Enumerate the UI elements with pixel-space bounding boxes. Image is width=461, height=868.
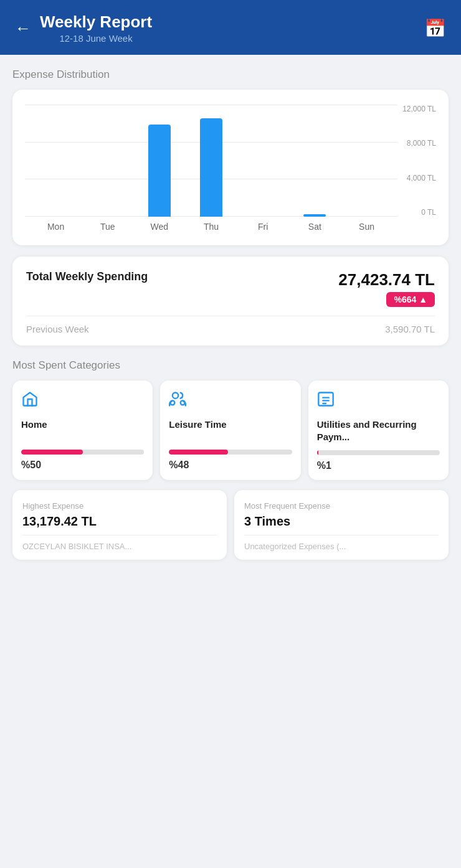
category-icon	[317, 390, 440, 412]
bar-col-sat	[303, 214, 326, 217]
expense-distribution-title: Expense Distribution	[12, 68, 449, 81]
spending-label: Total Weekly Spending	[26, 270, 148, 283]
bar-label-tue: Tue	[97, 222, 119, 232]
week-subtitle: 12-18 June Week	[40, 33, 152, 44]
prev-week-amount: 3,590.70 TL	[385, 324, 435, 334]
chart-area: MonTueWedThuFriSatSun 12,000 TL8,000 TL4…	[25, 105, 436, 235]
bars-row	[25, 105, 397, 217]
y-axis: 12,000 TL8,000 TL4,000 TL0 TL	[397, 105, 436, 235]
divider	[26, 316, 435, 316]
y-label: 8,000 TL	[407, 139, 436, 148]
bar-label-mon: Mon	[45, 222, 67, 232]
highest-sub: OZCEYLAN BISIKLET INSA...	[22, 542, 217, 551]
svg-point-2	[181, 400, 185, 405]
bar-label-sun: Sun	[356, 222, 378, 232]
highest-label: Highest Expense	[22, 501, 217, 511]
spending-amount: 27,423.74 TL	[338, 270, 435, 290]
frequent-sub: Uncategorized Expenses (...	[244, 542, 439, 551]
category-percent: %50	[21, 460, 144, 471]
spending-card: Total Weekly Spending 27,423.74 TL %664 …	[12, 257, 449, 346]
category-icon	[21, 390, 144, 412]
most-spent-title: Most Spent Categories	[12, 359, 449, 372]
category-bar-fill	[21, 450, 83, 455]
bar-col-thu	[200, 118, 222, 217]
calendar-icon[interactable]: 📅	[424, 18, 446, 39]
highest-value: 13,179.42 TL	[22, 514, 217, 529]
category-icon	[169, 390, 292, 412]
category-bar-fill	[169, 450, 228, 455]
bottom-stats-grid: Highest Expense 13,179.42 TL OZCEYLAN BI…	[12, 490, 449, 560]
spending-top: Total Weekly Spending 27,423.74 TL	[26, 270, 435, 290]
y-label: 4,000 TL	[407, 174, 436, 182]
bar-wed	[148, 125, 171, 217]
spending-badge: %664 ▲	[386, 292, 435, 307]
category-card-home: Home%50	[12, 380, 153, 480]
svg-point-0	[173, 393, 178, 399]
header: ← Weekly Report 12-18 June Week 📅	[0, 0, 461, 55]
frequent-expense-card: Most Frequent Expense 3 Times Uncategori…	[234, 490, 449, 560]
back-button[interactable]: ←	[15, 20, 31, 36]
frequent-value: 3 Times	[244, 514, 439, 529]
category-bar-fill	[317, 450, 318, 455]
y-label: 0 TL	[421, 208, 436, 217]
category-card-utilities-and-recurring-paym...: Utilities and Recurring Paym...%1	[308, 380, 449, 480]
frequent-label: Most Frequent Expense	[244, 501, 439, 511]
bar-label-fri: Fri	[252, 222, 274, 232]
bar-label-sat: Sat	[303, 222, 326, 232]
chart-card: MonTueWedThuFriSatSun 12,000 TL8,000 TL4…	[12, 90, 449, 245]
category-bar-track	[169, 450, 292, 455]
svg-point-1	[171, 400, 175, 405]
prev-week-label: Previous Week	[26, 324, 89, 334]
bottom-divider-1	[22, 535, 217, 535]
prev-week-row: Previous Week 3,590.70 TL	[26, 324, 435, 334]
bar-label-wed: Wed	[148, 222, 171, 232]
category-name: Home	[21, 418, 144, 442]
category-percent: %48	[169, 460, 292, 471]
category-card-leisure-time: Leisure Time%48	[160, 380, 300, 480]
highest-expense-card: Highest Expense 13,179.42 TL OZCEYLAN BI…	[12, 490, 227, 560]
categories-grid: Home%50Leisure Time%48Utilities and Recu…	[12, 380, 449, 480]
page-title: Weekly Report	[40, 12, 152, 32]
bar-thu	[200, 118, 222, 217]
bar-labels-row: MonTueWedThuFriSatSun	[25, 218, 397, 235]
y-label: 12,000 TL	[402, 105, 436, 113]
content: Expense Distribution MonTueWedThuFriSat	[0, 55, 461, 578]
bar-label-thu: Thu	[200, 222, 222, 232]
header-left: ← Weekly Report 12-18 June Week	[15, 12, 152, 44]
chart-bars-container: MonTueWedThuFriSatSun	[25, 105, 397, 235]
category-bar-track	[317, 450, 440, 455]
spending-badge-row: %664 ▲	[26, 292, 435, 307]
category-percent: %1	[317, 460, 440, 471]
bar-col-wed	[148, 125, 171, 217]
category-name: Utilities and Recurring Paym...	[317, 418, 440, 443]
bar-sat	[303, 214, 326, 217]
bottom-divider-2	[244, 535, 439, 535]
category-name: Leisure Time	[169, 418, 292, 442]
category-bar-track	[21, 450, 144, 455]
header-title-block: Weekly Report 12-18 June Week	[40, 12, 152, 44]
